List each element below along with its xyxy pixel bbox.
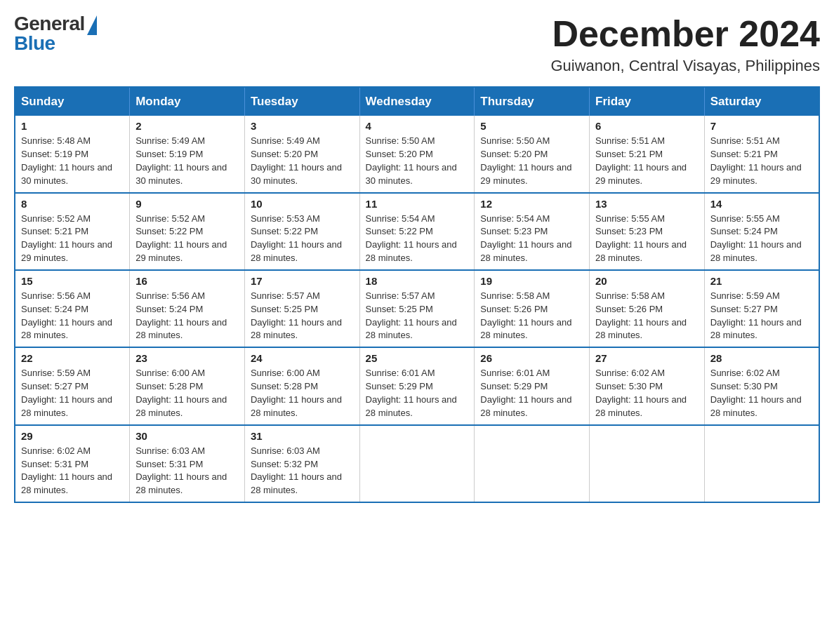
day-number: 18 [366, 275, 469, 287]
calendar-cell: 11Sunrise: 5:54 AMSunset: 5:22 PMDayligh… [359, 193, 475, 270]
day-info: Sunrise: 5:53 AMSunset: 5:22 PMDaylight:… [251, 213, 354, 265]
calendar-cell: 19Sunrise: 5:58 AMSunset: 5:26 PMDayligh… [475, 270, 590, 347]
logo-blue-text: Blue [14, 34, 85, 53]
day-info: Sunrise: 6:02 AMSunset: 5:30 PMDaylight:… [710, 367, 813, 420]
weekday-header-thursday: Thursday [475, 87, 590, 116]
weekday-header-monday: Monday [130, 87, 245, 116]
day-info: Sunrise: 5:59 AMSunset: 5:27 PMDaylight:… [21, 367, 124, 420]
day-info: Sunrise: 5:55 AMSunset: 5:24 PMDaylight:… [710, 213, 813, 265]
day-info: Sunrise: 5:58 AMSunset: 5:26 PMDaylight:… [480, 290, 583, 342]
day-info: Sunrise: 6:02 AMSunset: 5:30 PMDaylight:… [595, 367, 699, 420]
day-info: Sunrise: 6:03 AMSunset: 5:32 PMDaylight:… [251, 445, 354, 497]
page-header: General Blue December 2024 Guiwanon, Cen… [14, 14, 820, 75]
day-number: 16 [135, 275, 239, 287]
calendar-header-row: SundayMondayTuesdayWednesdayThursdayFrid… [15, 87, 819, 116]
month-title: December 2024 [550, 14, 820, 54]
day-info: Sunrise: 5:57 AMSunset: 5:25 PMDaylight:… [366, 290, 469, 342]
day-info: Sunrise: 5:50 AMSunset: 5:20 PMDaylight:… [480, 135, 583, 187]
weekday-header-wednesday: Wednesday [359, 87, 475, 116]
calendar-cell: 24Sunrise: 6:00 AMSunset: 5:28 PMDayligh… [244, 347, 359, 424]
calendar-cell [590, 425, 705, 502]
day-number: 9 [135, 198, 239, 210]
day-number: 19 [480, 275, 583, 287]
day-info: Sunrise: 6:00 AMSunset: 5:28 PMDaylight:… [251, 367, 354, 420]
calendar-cell: 1Sunrise: 5:48 AMSunset: 5:19 PMDaylight… [15, 116, 130, 192]
logo-general-text: General [14, 14, 85, 34]
calendar-cell: 7Sunrise: 5:51 AMSunset: 5:21 PMDaylight… [704, 116, 819, 192]
day-number: 22 [21, 352, 124, 364]
calendar-week-row: 29Sunrise: 6:02 AMSunset: 5:31 PMDayligh… [15, 425, 819, 502]
title-section: December 2024 Guiwanon, Central Visayas,… [550, 14, 820, 75]
calendar-cell: 5Sunrise: 5:50 AMSunset: 5:20 PMDaylight… [475, 116, 590, 192]
day-number: 11 [366, 198, 469, 210]
day-number: 5 [480, 120, 583, 132]
day-info: Sunrise: 6:03 AMSunset: 5:31 PMDaylight:… [135, 445, 239, 497]
calendar-cell: 16Sunrise: 5:56 AMSunset: 5:24 PMDayligh… [130, 270, 245, 347]
day-info: Sunrise: 5:49 AMSunset: 5:20 PMDaylight:… [251, 135, 354, 187]
day-number: 23 [135, 352, 239, 364]
calendar-week-row: 22Sunrise: 5:59 AMSunset: 5:27 PMDayligh… [15, 347, 819, 424]
day-info: Sunrise: 5:52 AMSunset: 5:22 PMDaylight:… [135, 213, 239, 265]
day-info: Sunrise: 5:48 AMSunset: 5:19 PMDaylight:… [21, 135, 124, 187]
day-number: 15 [21, 275, 124, 287]
calendar-week-row: 15Sunrise: 5:56 AMSunset: 5:24 PMDayligh… [15, 270, 819, 347]
day-info: Sunrise: 5:52 AMSunset: 5:21 PMDaylight:… [21, 213, 124, 265]
day-info: Sunrise: 6:02 AMSunset: 5:31 PMDaylight:… [21, 445, 124, 497]
day-number: 10 [251, 198, 354, 210]
calendar-cell: 23Sunrise: 6:00 AMSunset: 5:28 PMDayligh… [130, 347, 245, 424]
calendar-cell: 28Sunrise: 6:02 AMSunset: 5:30 PMDayligh… [704, 347, 819, 424]
calendar-cell: 21Sunrise: 5:59 AMSunset: 5:27 PMDayligh… [704, 270, 819, 347]
weekday-header-saturday: Saturday [704, 87, 819, 116]
day-number: 13 [595, 198, 699, 210]
calendar-cell: 4Sunrise: 5:50 AMSunset: 5:20 PMDaylight… [359, 116, 475, 192]
calendar-cell: 13Sunrise: 5:55 AMSunset: 5:23 PMDayligh… [590, 193, 705, 270]
calendar-cell: 15Sunrise: 5:56 AMSunset: 5:24 PMDayligh… [15, 270, 130, 347]
day-info: Sunrise: 6:01 AMSunset: 5:29 PMDaylight:… [366, 367, 469, 420]
day-number: 7 [710, 120, 813, 132]
day-number: 8 [21, 198, 124, 210]
calendar-cell: 20Sunrise: 5:58 AMSunset: 5:26 PMDayligh… [590, 270, 705, 347]
logo: General Blue [14, 14, 97, 53]
calendar-cell: 2Sunrise: 5:49 AMSunset: 5:19 PMDaylight… [130, 116, 245, 192]
day-number: 6 [595, 120, 699, 132]
day-info: Sunrise: 5:55 AMSunset: 5:23 PMDaylight:… [595, 213, 699, 265]
calendar-table: SundayMondayTuesdayWednesdayThursdayFrid… [14, 86, 820, 503]
day-number: 4 [366, 120, 469, 132]
logo-text: General Blue [14, 14, 85, 53]
weekday-header-sunday: Sunday [15, 87, 130, 116]
calendar-cell: 18Sunrise: 5:57 AMSunset: 5:25 PMDayligh… [359, 270, 475, 347]
day-info: Sunrise: 5:54 AMSunset: 5:23 PMDaylight:… [480, 213, 583, 265]
weekday-header-tuesday: Tuesday [244, 87, 359, 116]
calendar-week-row: 1Sunrise: 5:48 AMSunset: 5:19 PMDaylight… [15, 116, 819, 192]
day-number: 27 [595, 352, 699, 364]
calendar-cell: 6Sunrise: 5:51 AMSunset: 5:21 PMDaylight… [590, 116, 705, 192]
day-info: Sunrise: 5:51 AMSunset: 5:21 PMDaylight:… [595, 135, 699, 187]
day-number: 17 [251, 275, 354, 287]
calendar-cell: 29Sunrise: 6:02 AMSunset: 5:31 PMDayligh… [15, 425, 130, 502]
calendar-cell: 25Sunrise: 6:01 AMSunset: 5:29 PMDayligh… [359, 347, 475, 424]
calendar-cell: 17Sunrise: 5:57 AMSunset: 5:25 PMDayligh… [244, 270, 359, 347]
calendar-week-row: 8Sunrise: 5:52 AMSunset: 5:21 PMDaylight… [15, 193, 819, 270]
day-number: 12 [480, 198, 583, 210]
day-number: 30 [135, 430, 239, 442]
day-info: Sunrise: 5:59 AMSunset: 5:27 PMDaylight:… [710, 290, 813, 342]
calendar-cell: 31Sunrise: 6:03 AMSunset: 5:32 PMDayligh… [244, 425, 359, 502]
location-subtitle: Guiwanon, Central Visayas, Philippines [550, 57, 820, 75]
calendar-cell: 27Sunrise: 6:02 AMSunset: 5:30 PMDayligh… [590, 347, 705, 424]
day-number: 3 [251, 120, 354, 132]
calendar-cell: 26Sunrise: 6:01 AMSunset: 5:29 PMDayligh… [475, 347, 590, 424]
day-info: Sunrise: 5:56 AMSunset: 5:24 PMDaylight:… [21, 290, 124, 342]
calendar-cell: 8Sunrise: 5:52 AMSunset: 5:21 PMDaylight… [15, 193, 130, 270]
calendar-cell: 22Sunrise: 5:59 AMSunset: 5:27 PMDayligh… [15, 347, 130, 424]
day-info: Sunrise: 5:58 AMSunset: 5:26 PMDaylight:… [595, 290, 699, 342]
weekday-header-friday: Friday [590, 87, 705, 116]
calendar-cell: 3Sunrise: 5:49 AMSunset: 5:20 PMDaylight… [244, 116, 359, 192]
day-number: 29 [21, 430, 124, 442]
logo-triangle-icon [87, 15, 97, 35]
day-number: 31 [251, 430, 354, 442]
day-number: 24 [251, 352, 354, 364]
day-number: 14 [710, 198, 813, 210]
day-info: Sunrise: 5:49 AMSunset: 5:19 PMDaylight:… [135, 135, 239, 187]
day-number: 1 [21, 120, 124, 132]
calendar-cell: 30Sunrise: 6:03 AMSunset: 5:31 PMDayligh… [130, 425, 245, 502]
